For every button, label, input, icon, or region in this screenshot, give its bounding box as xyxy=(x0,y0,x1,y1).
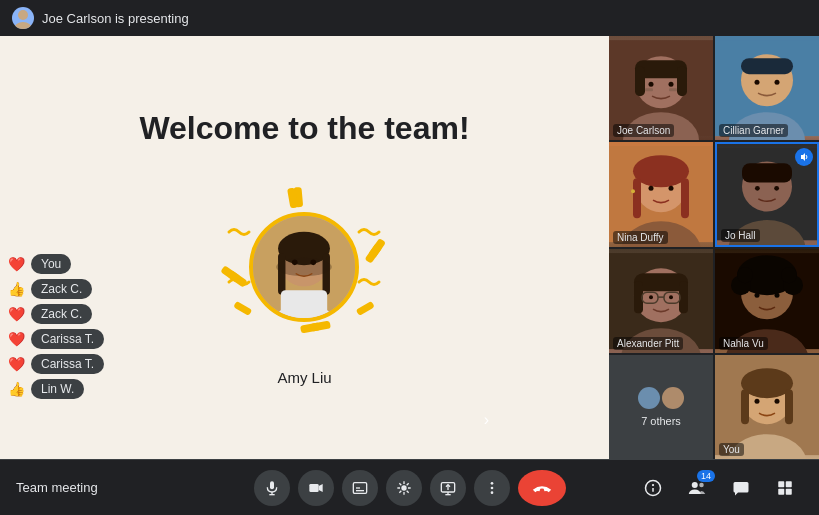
svg-point-1 xyxy=(14,22,32,29)
presentation-area: Welcome to the team! xyxy=(0,36,609,459)
captions-button[interactable] xyxy=(342,470,378,506)
svg-rect-30 xyxy=(645,88,653,91)
reaction-item: 👍 Lin W. xyxy=(8,379,104,399)
controls-center xyxy=(254,470,566,506)
participant-name-alexander: Alexander Pitt xyxy=(613,337,683,350)
meeting-name: Team meeting xyxy=(16,480,254,495)
svg-point-102 xyxy=(699,482,704,487)
spotlight-container xyxy=(204,177,404,357)
svg-point-95 xyxy=(490,482,493,485)
svg-point-51 xyxy=(755,186,760,191)
person-avatar xyxy=(249,212,359,322)
svg-rect-42 xyxy=(633,178,641,218)
svg-point-90 xyxy=(401,485,406,490)
effects-button[interactable] xyxy=(386,470,422,506)
participant-tile-alexander[interactable]: Alexander Pitt xyxy=(609,249,713,353)
svg-point-96 xyxy=(490,486,493,489)
participant-tile-you[interactable]: You xyxy=(715,355,819,459)
person-name: Amy Liu xyxy=(277,369,331,386)
share-screen-button[interactable] xyxy=(430,470,466,506)
svg-point-81 xyxy=(775,398,780,403)
svg-point-63 xyxy=(669,295,673,299)
participant-name-nahla: Nahla Vu xyxy=(719,337,768,350)
presenter-avatar xyxy=(12,7,34,29)
svg-rect-26 xyxy=(635,66,645,96)
svg-rect-104 xyxy=(786,481,792,487)
svg-point-71 xyxy=(781,267,797,283)
svg-point-45 xyxy=(669,186,674,191)
reactions-panel: ❤️ You 👍 Zack C. ❤️ Zack C. ❤️ Carissa T… xyxy=(8,254,104,399)
bottom-bar: Team meeting xyxy=(0,459,819,515)
reaction-item: ❤️ You xyxy=(8,254,104,274)
svg-rect-11 xyxy=(356,300,375,315)
more-options-button[interactable] xyxy=(474,470,510,506)
camera-button[interactable] xyxy=(298,470,334,506)
participant-tile-cillian[interactable]: Cillian Garner xyxy=(715,36,819,140)
svg-point-18 xyxy=(277,257,333,276)
svg-point-46 xyxy=(631,189,635,193)
svg-rect-31 xyxy=(669,88,677,91)
svg-point-70 xyxy=(737,267,753,283)
controls-right: 14 xyxy=(566,470,804,506)
svg-point-44 xyxy=(649,186,654,191)
slide-content: Welcome to the team! xyxy=(139,110,469,386)
svg-rect-7 xyxy=(365,242,383,263)
mini-avatar-2 xyxy=(662,387,684,409)
svg-marker-86 xyxy=(318,484,322,492)
svg-rect-43 xyxy=(681,178,689,218)
svg-rect-79 xyxy=(785,389,793,424)
reaction-item: ❤️ Zack C. xyxy=(8,304,104,324)
others-avatars xyxy=(638,387,684,409)
svg-point-97 xyxy=(490,491,493,494)
person-photo xyxy=(253,212,355,322)
svg-rect-8 xyxy=(300,322,321,333)
reaction-item: ❤️ Carissa T. xyxy=(8,354,104,374)
cursor-indicator: › xyxy=(484,411,489,429)
participants-panel: Joe Carlson Cillian Garner xyxy=(609,36,819,459)
svg-point-36 xyxy=(755,80,760,85)
participant-name-joe: Joe Carlson xyxy=(613,124,674,137)
svg-rect-50 xyxy=(742,164,792,183)
mini-avatar-1 xyxy=(638,387,660,409)
svg-rect-17 xyxy=(323,253,330,295)
svg-rect-16 xyxy=(279,253,286,295)
participant-tile-others[interactable]: 7 others xyxy=(609,355,713,459)
svg-point-73 xyxy=(775,292,780,297)
svg-rect-21 xyxy=(281,290,327,318)
people-button[interactable]: 14 xyxy=(679,470,715,506)
svg-point-29 xyxy=(669,82,674,87)
top-bar: Joe Carlson is presenting xyxy=(0,0,819,36)
end-call-button[interactable] xyxy=(518,470,566,506)
svg-rect-105 xyxy=(778,488,784,494)
reaction-item: 👍 Zack C. xyxy=(8,279,104,299)
slide-title: Welcome to the team! xyxy=(139,110,469,147)
participant-name-nina: Nina Duffy xyxy=(613,231,668,244)
participant-tile-nina[interactable]: Nina Duffy xyxy=(609,142,713,246)
svg-rect-78 xyxy=(741,389,749,424)
participant-tile-joe[interactable]: Joe Carlson xyxy=(609,36,713,140)
app-container: Joe Carlson is presenting Welcome to the… xyxy=(0,0,819,515)
activities-button[interactable] xyxy=(767,470,803,506)
svg-point-80 xyxy=(755,398,760,403)
chat-button[interactable] xyxy=(723,470,759,506)
svg-point-101 xyxy=(692,482,698,488)
svg-point-37 xyxy=(775,80,780,85)
svg-point-19 xyxy=(292,259,298,265)
svg-point-28 xyxy=(649,82,654,87)
reaction-item: ❤️ Carissa T. xyxy=(8,329,104,349)
svg-rect-103 xyxy=(778,481,784,487)
svg-point-72 xyxy=(755,292,760,297)
svg-rect-106 xyxy=(786,488,792,494)
participant-tile-jo[interactable]: Jo Hall xyxy=(715,142,819,246)
info-button[interactable] xyxy=(635,470,671,506)
svg-rect-10 xyxy=(234,300,253,315)
mic-button[interactable] xyxy=(254,470,290,506)
svg-rect-85 xyxy=(309,484,318,492)
svg-rect-82 xyxy=(270,481,274,489)
svg-rect-35 xyxy=(741,58,793,74)
people-badge: 14 xyxy=(697,470,715,482)
participant-tile-nahla[interactable]: Nahla Vu xyxy=(715,249,819,353)
svg-rect-27 xyxy=(677,66,687,96)
svg-point-99 xyxy=(652,483,654,485)
svg-point-20 xyxy=(311,259,317,265)
